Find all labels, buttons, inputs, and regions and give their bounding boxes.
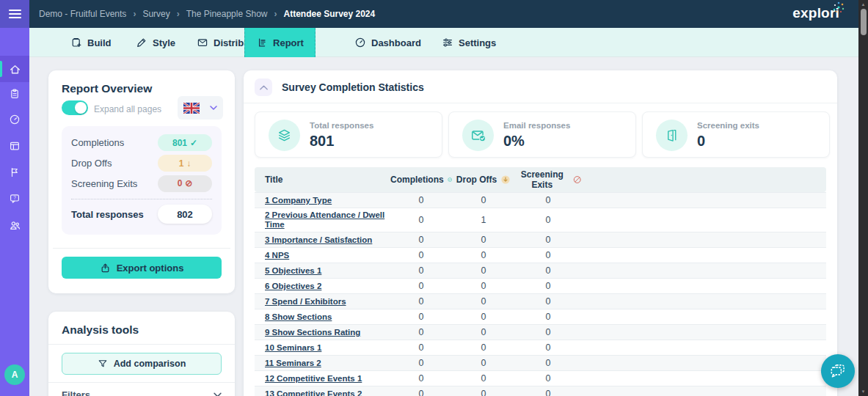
- question-link[interactable]: 7 Spend / Exhibitors: [265, 295, 346, 309]
- language-select[interactable]: [178, 96, 223, 120]
- stat-total-responses: Total responses 801: [255, 111, 442, 158]
- sidebar-item-flags[interactable]: [0, 160, 29, 185]
- sidebar-item-performance[interactable]: [0, 107, 29, 132]
- breadcrumb-current: Attendee Survey 2024: [283, 9, 375, 19]
- expand-all-pages-toggle[interactable]: [62, 100, 88, 115]
- total-responses-badge: 802: [158, 205, 212, 224]
- sidebar-item-home[interactable]: [0, 56, 29, 82]
- screening-exits-cell: 0: [515, 250, 581, 260]
- table-row: 2 Previous Attendance / Dwell Time 0 1 0: [255, 208, 826, 232]
- question-link[interactable]: 1 Company Type: [265, 194, 332, 208]
- dropoffs-cell: 0: [452, 312, 515, 322]
- table-row: 9 Show Sections Rating 0 0 0: [255, 324, 826, 340]
- question-link[interactable]: 9 Show Sections Rating: [265, 326, 360, 340]
- dropoffs-cell: 0: [452, 250, 515, 260]
- dropoffs-badge: 1 ↓: [158, 155, 212, 172]
- question-link[interactable]: 2 Previous Attendance / Dwell Time: [265, 208, 390, 232]
- tab-style[interactable]: Style: [136, 28, 181, 57]
- question-link[interactable]: 5 Objectives 1: [265, 264, 321, 278]
- table-row: 8 Show Sections 0 0 0: [255, 309, 826, 324]
- no-entry-icon: [573, 175, 581, 185]
- table-row: 6 Objectives 2 0 0 0: [255, 278, 826, 293]
- collapse-section-button[interactable]: [255, 78, 272, 96]
- completions-cell: 0: [390, 312, 452, 322]
- scroll-up-arrow-icon[interactable]: ▲: [858, 1, 868, 7]
- stat-email-responses: Email responses 0%: [448, 111, 636, 158]
- screening-exits-cell: 0: [515, 389, 581, 396]
- screening-exits-cell: 0: [515, 342, 581, 353]
- user-avatar[interactable]: A: [4, 364, 25, 385]
- screening-exits-badge: 0 ⊘: [158, 175, 212, 192]
- question-link[interactable]: 13 Competitive Events 2: [265, 387, 362, 396]
- menu-button[interactable]: [0, 0, 29, 28]
- filters-expander[interactable]: Filters: [62, 389, 222, 396]
- divider: [53, 248, 230, 249]
- column-dropoffs: Drop Offs: [452, 175, 515, 185]
- completions-cell: 0: [390, 265, 452, 276]
- dropoffs-cell: 0: [452, 265, 515, 276]
- breadcrumb-survey[interactable]: Survey: [142, 9, 169, 19]
- completions-cell: 0: [390, 358, 452, 368]
- sidebar-item-surveys[interactable]: [0, 81, 29, 106]
- completions-cell: 0: [390, 281, 452, 291]
- tab-build[interactable]: Build: [70, 28, 116, 57]
- filter-icon: [98, 359, 108, 369]
- question-link[interactable]: 8 Show Sections: [265, 310, 332, 324]
- sidebar-item-audience[interactable]: [0, 213, 29, 238]
- dropoffs-cell: 0: [452, 342, 515, 353]
- completions-cell: 0: [390, 373, 452, 384]
- question-link[interactable]: 6 Objectives 2: [265, 279, 321, 293]
- arrow-down-icon: ↓: [186, 158, 191, 169]
- section-header: Survey Completion Statistics: [244, 70, 837, 103]
- dropoffs-cell: 0: [452, 373, 515, 384]
- divider: [48, 344, 235, 345]
- expand-all-pages-label: Expand all pages: [94, 104, 161, 114]
- envelope-icon: [197, 37, 208, 48]
- logo-starburst-icon: [831, 0, 846, 15]
- sliders-icon: [442, 37, 453, 48]
- divider: [48, 382, 235, 383]
- gauge-icon: [9, 114, 21, 125]
- scrollbar-thumb[interactable]: [861, 9, 867, 35]
- icon-sidebar: ? A: [0, 28, 29, 396]
- question-link[interactable]: 3 Importance / Satisfaction: [265, 233, 372, 247]
- analysis-tools-card: Analysis tools Add comparison Filters: [48, 312, 235, 396]
- dropoffs-cell: 0: [452, 281, 515, 291]
- top-bar: Demo - Fruitful Events › Survey › The Pi…: [29, 0, 858, 28]
- export-options-button[interactable]: Export options: [62, 257, 222, 279]
- tab-report[interactable]: Report: [244, 28, 316, 57]
- screening-exits-cell: 0: [515, 265, 581, 276]
- question-link[interactable]: 12 Competitive Events 1: [265, 372, 362, 386]
- section-title: Survey Completion Statistics: [282, 81, 424, 93]
- screening-exits-cell: 0: [515, 312, 581, 322]
- screening-exits-cell: 0: [515, 195, 581, 205]
- sidebar-item-support[interactable]: ?: [0, 186, 29, 211]
- summary-row-total: Total responses 802: [71, 205, 212, 224]
- breadcrumb-show[interactable]: The Pineapple Show: [186, 9, 268, 19]
- question-link[interactable]: 10 Seminars 1: [265, 341, 321, 355]
- question-link[interactable]: 11 Seminars 2: [265, 356, 321, 370]
- envelope-check-icon: [462, 120, 494, 151]
- summary-row-screening: Screening Exits 0 ⊘: [71, 175, 212, 192]
- tab-settings[interactable]: Settings: [442, 28, 497, 57]
- page-scrollbar[interactable]: ▲ ▼: [858, 0, 868, 396]
- completions-cell: 0: [390, 195, 452, 205]
- chat-support-button[interactable]: [821, 354, 855, 388]
- scroll-down-arrow-icon[interactable]: ▼: [858, 389, 868, 395]
- breadcrumb-separator-icon: ›: [274, 9, 277, 19]
- question-link[interactable]: 4 NPS: [265, 249, 289, 263]
- tab-dashboard[interactable]: Dashboard: [354, 28, 422, 57]
- screening-exits-cell: 0: [515, 327, 581, 337]
- table-row: 12 Competitive Events 1 0 0 0: [255, 370, 826, 386]
- survey-tabbar: Build Style Distribute Report Dashboard …: [29, 28, 858, 57]
- column-title: Title: [255, 175, 390, 185]
- breadcrumb-account[interactable]: Demo - Fruitful Events: [39, 9, 126, 19]
- summary-row-dropoffs: Drop Offs 1 ↓: [71, 155, 212, 172]
- sidebar-item-dashboards[interactable]: [0, 133, 29, 158]
- screening-exits-cell: 0: [515, 215, 581, 225]
- add-comparison-button[interactable]: Add comparison: [62, 353, 222, 375]
- screening-exits-cell: 0: [515, 281, 581, 291]
- screening-exits-cell: 0: [515, 296, 581, 307]
- dropoffs-cell: 0: [452, 296, 515, 307]
- summary-row-completions: Completions 801 ✓: [71, 134, 212, 152]
